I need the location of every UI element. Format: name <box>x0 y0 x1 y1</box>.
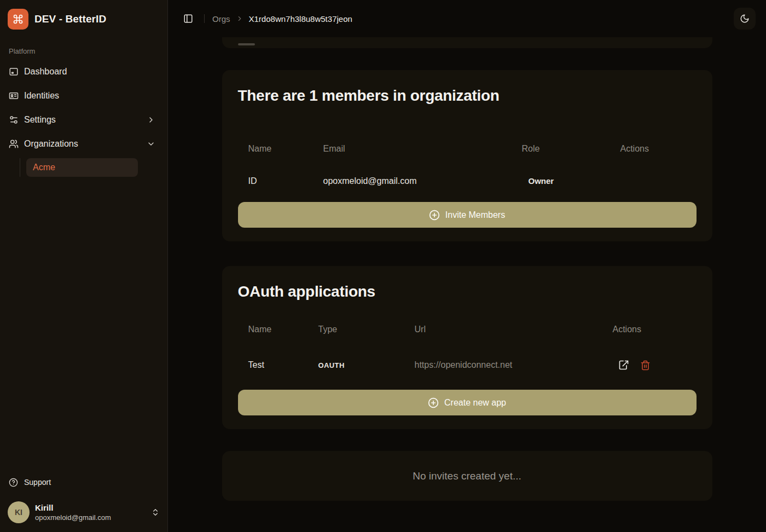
column-header-actions: Actions <box>610 138 697 160</box>
column-header-email: Email <box>313 138 512 160</box>
sidebar-nav: Dashboard Identities Settings <box>0 60 167 177</box>
member-actions-cell <box>610 160 697 202</box>
page-content: There are 1 members in organization Name… <box>168 37 766 532</box>
app-name-cell: Test <box>238 340 308 390</box>
table-row: ID opoxmeloid@gmail.com Owner <box>238 160 697 202</box>
table-row: Test OAUTH https://openidconnect.net <box>238 340 697 390</box>
sidebar: DEV - BetterID Platform Dashboard Identi… <box>0 0 168 532</box>
column-header-actions: Actions <box>602 319 697 340</box>
platform-section-label: Platform <box>0 37 167 60</box>
help-circle-icon <box>9 478 18 487</box>
organizations-subtree: Acme <box>20 158 138 177</box>
members-table-header: Name Email Role Actions <box>238 138 697 160</box>
app-url-cell: https://openidconnect.net <box>404 340 602 390</box>
theme-toggle-button[interactable] <box>734 8 756 30</box>
brand-title: DEV - BetterID <box>34 13 106 25</box>
breadcrumb: Orgs X1rdo8wn7h3l8u8w5t37jeon <box>212 14 352 24</box>
main-area: Orgs X1rdo8wn7h3l8u8w5t37jeon There are … <box>168 0 766 532</box>
invites-empty-text: No invites created yet... <box>413 470 521 482</box>
panel-left-icon <box>183 14 193 24</box>
brand-logo[interactable] <box>8 9 28 30</box>
support-link[interactable]: Support <box>8 473 160 491</box>
invites-card: No invites created yet... <box>222 451 712 501</box>
user-menu[interactable]: KI Kirill opoxmeloid@gmail.com <box>0 497 167 532</box>
support-label: Support <box>24 478 51 487</box>
clipped-card-content <box>238 43 255 45</box>
member-role-cell: Owner <box>512 160 610 202</box>
members-card-title: There are 1 members in organization <box>238 85 697 106</box>
app-root: DEV - BetterID Platform Dashboard Identi… <box>0 0 766 532</box>
sidebar-item-organizations[interactable]: Organizations <box>8 134 160 154</box>
circle-plus-icon <box>429 210 440 221</box>
invite-members-label: Invite Members <box>445 210 505 220</box>
moon-icon <box>740 14 750 24</box>
users-icon <box>9 139 19 149</box>
breadcrumb-current-org: X1rdo8wn7h3l8u8w5t37jeon <box>249 14 352 24</box>
column-header-type: Type <box>308 319 404 340</box>
member-name-cell: ID <box>238 160 313 202</box>
create-new-app-label: Create new app <box>444 398 506 408</box>
chevron-right-icon <box>236 15 243 22</box>
trash-icon <box>640 360 651 371</box>
dashboard-icon <box>9 67 19 77</box>
open-app-button[interactable] <box>618 360 629 371</box>
column-header-name: Name <box>238 319 308 340</box>
settings-icon <box>9 115 19 125</box>
members-card: There are 1 members in organization Name… <box>222 70 712 241</box>
sidebar-item-dashboard[interactable]: Dashboard <box>8 62 160 82</box>
app-type-cell: OAUTH <box>308 340 404 390</box>
column-header-role: Role <box>512 138 610 160</box>
oauth-table-header: Name Type Url Actions <box>238 319 697 340</box>
create-new-app-button[interactable]: Create new app <box>238 390 697 415</box>
sidebar-item-label: Settings <box>24 115 141 125</box>
topbar-divider <box>204 14 205 23</box>
sidebar-subitem-label: Acme <box>33 163 55 172</box>
id-card-icon <box>9 91 19 101</box>
column-header-name: Name <box>238 138 313 160</box>
sidebar-toggle-button[interactable] <box>180 10 196 27</box>
user-meta: Kirill opoxmeloid@gmail.com <box>35 503 146 522</box>
sidebar-item-label: Dashboard <box>24 67 155 77</box>
sidebar-subitem-acme[interactable]: Acme <box>26 158 138 177</box>
user-email: opoxmeloid@gmail.com <box>35 513 146 522</box>
breadcrumb-orgs[interactable]: Orgs <box>212 14 230 24</box>
app-actions-cell <box>602 340 697 390</box>
command-icon <box>13 14 24 25</box>
column-header-url: Url <box>404 319 602 340</box>
chevron-down-icon <box>147 140 155 148</box>
oauth-card: OAuth applications Name Type Url Actions… <box>222 266 712 429</box>
user-name: Kirill <box>35 503 146 512</box>
clipped-card <box>222 37 712 48</box>
sidebar-spacer <box>0 177 167 473</box>
sidebar-item-label: Identities <box>24 91 155 101</box>
chevron-right-icon <box>147 115 155 124</box>
delete-app-button[interactable] <box>640 360 651 371</box>
member-email-cell: opoxmeloid@gmail.com <box>313 160 512 202</box>
external-link-icon <box>618 360 629 371</box>
sidebar-item-identities[interactable]: Identities <box>8 86 160 106</box>
invite-members-button[interactable]: Invite Members <box>238 202 697 228</box>
sidebar-item-label: Organizations <box>24 139 141 149</box>
sidebar-item-settings[interactable]: Settings <box>8 110 160 130</box>
circle-plus-icon <box>428 397 439 408</box>
brand: DEV - BetterID <box>0 0 167 37</box>
avatar: KI <box>8 501 30 523</box>
chevrons-up-down-icon <box>151 508 160 517</box>
topbar: Orgs X1rdo8wn7h3l8u8w5t37jeon <box>168 0 766 37</box>
oauth-card-title: OAuth applications <box>238 281 697 302</box>
